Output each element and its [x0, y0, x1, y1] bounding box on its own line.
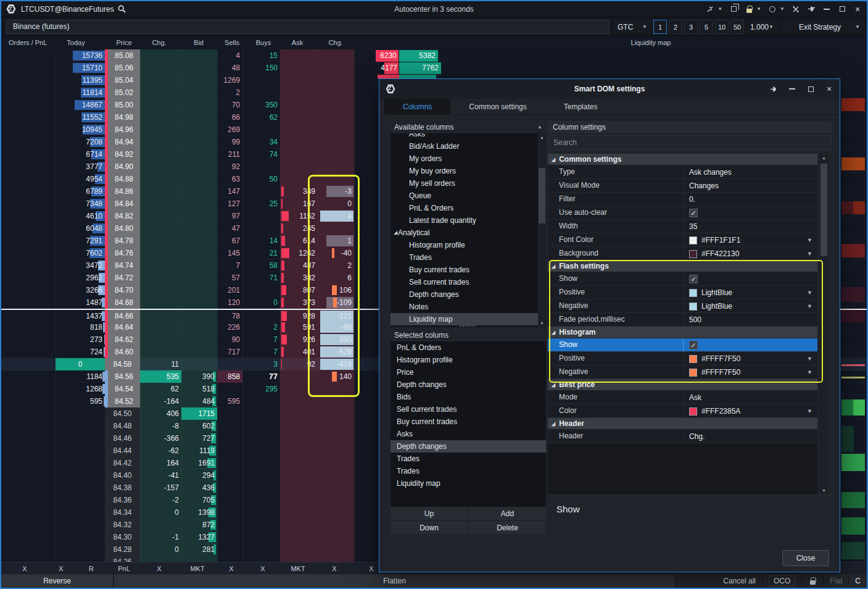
value-text[interactable]: LightBlue	[701, 288, 732, 297]
price-cell[interactable]: 84.94	[105, 136, 140, 148]
bid-cell[interactable]: 390	[181, 370, 217, 383]
down-button[interactable]: Down	[391, 521, 468, 534]
footer-quick-button[interactable]: X	[369, 562, 373, 575]
price-cell[interactable]: 84.78	[105, 235, 140, 247]
list-splitter[interactable]: ••••••	[391, 325, 546, 328]
available-item[interactable]: Notes	[391, 301, 546, 313]
tab-templates[interactable]: Templates	[545, 99, 616, 115]
property-value[interactable]: 35	[684, 220, 817, 233]
available-item[interactable]: Latest trade quantity	[391, 214, 546, 227]
price-cell[interactable]: 84.66	[105, 310, 140, 322]
price-cell[interactable]: 85.08	[105, 49, 140, 62]
value-text[interactable]: Ask	[689, 393, 701, 402]
ask-cell[interactable]: 373	[280, 296, 318, 309]
price-cell[interactable]: 84.50	[105, 407, 140, 420]
minimize-button[interactable]	[788, 85, 796, 93]
property-value[interactable]: #FFF2385A	[684, 404, 817, 418]
ask-cell[interactable]: 487	[280, 259, 318, 272]
selected-item[interactable]: Sell current trades	[391, 403, 546, 416]
tab-common-settings[interactable]: Common settings	[450, 99, 545, 115]
value-text[interactable]: #FFFF7F50	[701, 354, 740, 363]
qty-button-10[interactable]: 10	[715, 20, 729, 34]
checkbox[interactable]: ✓	[689, 209, 698, 217]
ask-cell[interactable]: 807	[280, 284, 318, 296]
available-item[interactable]: Depth changes	[391, 288, 546, 301]
price-cell[interactable]: 84.68	[105, 296, 140, 309]
selected-item[interactable]: Asks	[391, 428, 546, 440]
available-item[interactable]: Asks	[391, 133, 546, 140]
price-cell[interactable]: 84.30	[105, 531, 140, 543]
color-swatch[interactable]	[689, 236, 697, 244]
ask-cell[interactable]: 1262	[280, 247, 318, 259]
bid-cell[interactable]: 484	[181, 395, 217, 407]
property-value[interactable]: 500	[684, 313, 817, 327]
flat-button[interactable]: Flat	[830, 577, 842, 585]
price-cell[interactable]: 85.06	[105, 62, 140, 74]
price-cell[interactable]: 84.64	[105, 321, 140, 333]
bid-cell[interactable]: 1119	[181, 445, 217, 457]
value-text[interactable]: Chg.	[689, 432, 705, 441]
available-item[interactable]: My sell orders	[391, 177, 546, 190]
price-cell[interactable]: 84.74	[105, 259, 140, 272]
price-cell[interactable]: 85.00	[105, 99, 140, 111]
bid-cell[interactable]: 294	[181, 469, 217, 482]
maximize-button[interactable]	[838, 5, 846, 14]
value-text[interactable]: #FFFF7F50	[701, 368, 740, 377]
property-value[interactable]: #FFFF7F50	[684, 366, 817, 379]
section-header[interactable]: ◢Histogram	[548, 327, 817, 338]
footer-quick-button[interactable]: X	[332, 562, 336, 575]
color-swatch[interactable]	[689, 289, 697, 297]
selected-item[interactable]: Buy current trades	[391, 416, 546, 428]
price-cell[interactable]: 84.48	[105, 420, 140, 432]
property-value[interactable]: #FFF1F1F1	[684, 233, 817, 247]
add-button[interactable]: Add	[469, 507, 546, 520]
ask-cell[interactable]: 349	[280, 185, 318, 198]
footer-quick-button[interactable]: R	[89, 562, 94, 575]
property-value[interactable]: Ask	[684, 391, 817, 404]
property-value[interactable]: ✓	[684, 338, 817, 352]
price-cell[interactable]: 84.52	[105, 395, 140, 407]
bid-cell[interactable]: 1715	[181, 407, 217, 420]
bid-cell[interactable]: 1398	[181, 506, 217, 519]
exit-strategy-dropdown[interactable]: Exit Strategy▼	[781, 20, 864, 34]
bid-cell[interactable]: 1327	[181, 531, 217, 543]
up-button[interactable]: Up	[391, 507, 468, 520]
price-cell[interactable]: 84.96	[105, 123, 140, 136]
tab-columns[interactable]: Columns	[384, 99, 450, 115]
value-text[interactable]: Ask changes	[689, 168, 732, 177]
value-text[interactable]: Changes	[689, 182, 719, 190]
price-cell[interactable]: 84.36	[105, 494, 140, 506]
price-cell[interactable]: 84.34	[105, 506, 140, 519]
value-text[interactable]: LightBlue	[701, 302, 732, 311]
selected-item[interactable]: Trades	[391, 453, 546, 465]
dropdown-arrow-icon[interactable]: ▼	[807, 404, 812, 418]
selected-item[interactable]: Bids	[391, 391, 546, 403]
price-cell[interactable]: 84.72	[105, 272, 140, 284]
footer-quick-button[interactable]: X	[229, 562, 233, 575]
property-value[interactable]: 0.	[684, 193, 817, 206]
available-item[interactable]: Histogram profile	[391, 239, 546, 251]
dropdown-arrow-icon[interactable]: ▼	[807, 233, 812, 247]
value-text[interactable]: #FFF2385A	[701, 407, 740, 416]
footer-quick-button[interactable]: MKT	[190, 562, 204, 575]
footer-quick-button[interactable]: PnL	[118, 562, 130, 575]
price-cell[interactable]: 84.26	[105, 556, 140, 562]
dropdown-arrow-icon[interactable]: ▼	[807, 299, 812, 313]
price-cell[interactable]: 84.82	[105, 210, 140, 222]
price-cell[interactable]: 84.42	[105, 457, 140, 469]
available-item[interactable]: Bid/Ask Ladder	[391, 140, 546, 152]
value-text[interactable]: 0.	[689, 195, 695, 204]
color-swatch[interactable]	[689, 303, 697, 311]
dropdown-arrow-icon[interactable]: ▼	[807, 352, 812, 366]
property-grid-scrollbar[interactable]: ▲ ▼	[819, 154, 828, 495]
reverse-button[interactable]: Reverse	[1, 574, 114, 588]
value-text[interactable]: #FF422130	[701, 249, 739, 258]
list-scrollbar[interactable]: ▲▼	[538, 133, 546, 327]
available-item[interactable]: Sell current trades	[391, 276, 546, 288]
settings-search-input[interactable]	[548, 135, 832, 150]
value-text[interactable]: #FFF1F1F1	[701, 236, 740, 244]
lot-size-dropdown[interactable]: 1.000▼	[746, 20, 779, 34]
dropdown-arrow-icon[interactable]: ▼	[807, 286, 812, 299]
maximize-button[interactable]	[806, 85, 815, 93]
lock-icon[interactable]	[745, 5, 753, 14]
